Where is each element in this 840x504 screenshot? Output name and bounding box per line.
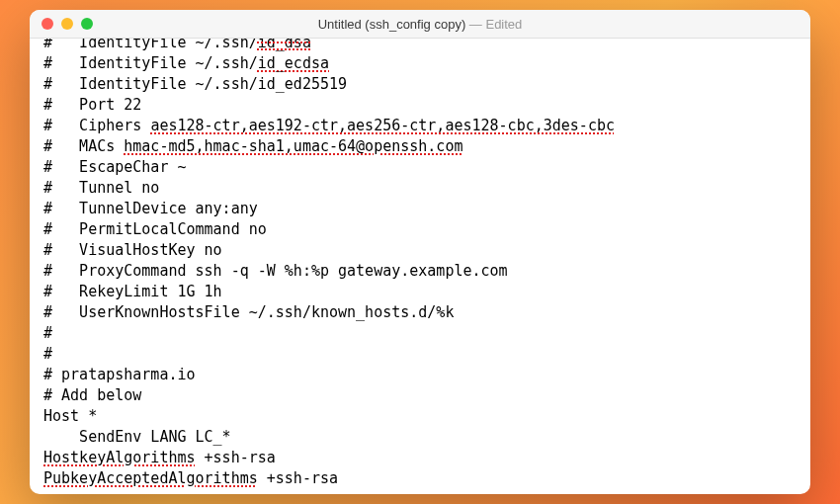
editor-line[interactable]: # VisualHostKey no [43, 240, 797, 261]
editor-line[interactable]: # MACs hmac-md5,hmac-sha1,umac-64@openss… [43, 136, 797, 157]
title-sep: — [465, 17, 485, 32]
text-fragment: # IdentityFile ~/.ssh/ [43, 54, 258, 72]
editor-line[interactable]: # TunnelDevice any:any [43, 199, 797, 219]
editor-line[interactable]: # IdentityFile ~/.ssh/id_ecdsa [43, 53, 797, 74]
text-fragment: # RekeyLimit 1G 1h [43, 283, 222, 300]
editor-line[interactable]: PubkeyAcceptedAlgorithms +ssh-rsa [43, 468, 797, 489]
text-fragment: # pratapsharma.io [43, 366, 196, 383]
text-fragment: # EscapeChar ~ [43, 158, 187, 176]
editor-line[interactable]: # pratapsharma.io [43, 365, 797, 385]
text-fragment: # [43, 324, 52, 342]
editor-line[interactable]: # Tunnel no [43, 178, 797, 199]
text-fragment: # PermitLocalCommand no [43, 220, 267, 238]
close-icon[interactable] [42, 18, 53, 30]
editor-line[interactable]: # EscapeChar ~ [43, 157, 797, 178]
text-fragment: # Tunnel no [43, 179, 159, 197]
text-fragment: SendEnv LANG LC_* [43, 428, 231, 446]
editor-line[interactable]: # Ciphers aes128-ctr,aes192-ctr,aes256-c… [43, 116, 797, 136]
editor-line[interactable]: # [43, 323, 797, 344]
text-fragment: # [43, 345, 52, 363]
text-fragment: +ssh-rsa [258, 469, 338, 487]
text-fragment: # VisualHostKey no [43, 241, 222, 259]
editor-line[interactable]: HostkeyAlgorithms +ssh-rsa [43, 448, 797, 468]
editor-line[interactable]: SendEnv LANG LC_* [43, 427, 797, 448]
editor-line[interactable]: # UserKnownHostsFile ~/.ssh/known_hosts.… [43, 302, 797, 323]
text-fragment: # IdentityFile ~/.ssh/ [43, 39, 258, 51]
text-fragment: # IdentityFile ~/.ssh/id_ed25519 [43, 75, 347, 93]
editor-line[interactable]: # ProxyCommand ssh -q -W %h:%p gateway.e… [43, 261, 797, 282]
text-fragment: # Add below [43, 386, 141, 404]
editor-line[interactable]: # Port 22 [43, 95, 797, 116]
editor-window: Untitled (ssh_config copy) — Edited # Id… [30, 10, 810, 494]
text-fragment: +ssh-rsa [196, 449, 276, 466]
text-fragment: # MACs [43, 137, 124, 155]
text-fragment: # UserKnownHostsFile ~/.ssh/known_hosts.… [43, 303, 454, 321]
editor-line[interactable]: # Add below [43, 385, 797, 406]
spellcheck-underline: id_ecdsa [258, 54, 329, 72]
title-status: Edited [485, 17, 522, 32]
spellcheck-underline: id_dsa [258, 39, 311, 51]
editor-line[interactable]: # [43, 344, 797, 365]
text-fragment: Host * [43, 407, 97, 425]
editor-line[interactable]: # RekeyLimit 1G 1h [43, 282, 797, 302]
window-title: Untitled (ssh_config copy) — Edited [30, 17, 810, 32]
traffic-lights [42, 18, 93, 30]
editor-line[interactable]: # PermitLocalCommand no [43, 219, 797, 240]
text-fragment: # ProxyCommand ssh -q -W %h:%p gateway.e… [43, 262, 508, 280]
editor-line[interactable]: # IdentityFile ~/.ssh/id_ed25519 [43, 74, 797, 95]
spellcheck-underline: PubkeyAcceptedAlgorithms [43, 469, 258, 487]
title-main: Untitled (ssh_config copy) [318, 17, 466, 32]
text-fragment: # Port 22 [43, 96, 141, 114]
text-editor-area[interactable]: # IdentityFile ~/.ssh/id_dsa# IdentityFi… [30, 39, 810, 494]
spellcheck-underline: aes128-ctr,aes192-ctr,aes256-ctr,aes128-… [150, 117, 615, 134]
minimize-icon[interactable] [61, 18, 73, 30]
editor-line[interactable]: # IdentityFile ~/.ssh/id_dsa [43, 39, 797, 53]
text-fragment: # TunnelDevice any:any [43, 200, 258, 217]
zoom-icon[interactable] [81, 18, 93, 30]
titlebar[interactable]: Untitled (ssh_config copy) — Edited [30, 10, 810, 39]
spellcheck-underline: hmac-md5,hmac-sha1,umac-64@openssh.com [124, 137, 462, 155]
editor-line[interactable]: Host * [43, 406, 797, 427]
text-fragment: # Ciphers [43, 117, 150, 134]
spellcheck-underline: HostkeyAlgorithms [43, 449, 196, 466]
